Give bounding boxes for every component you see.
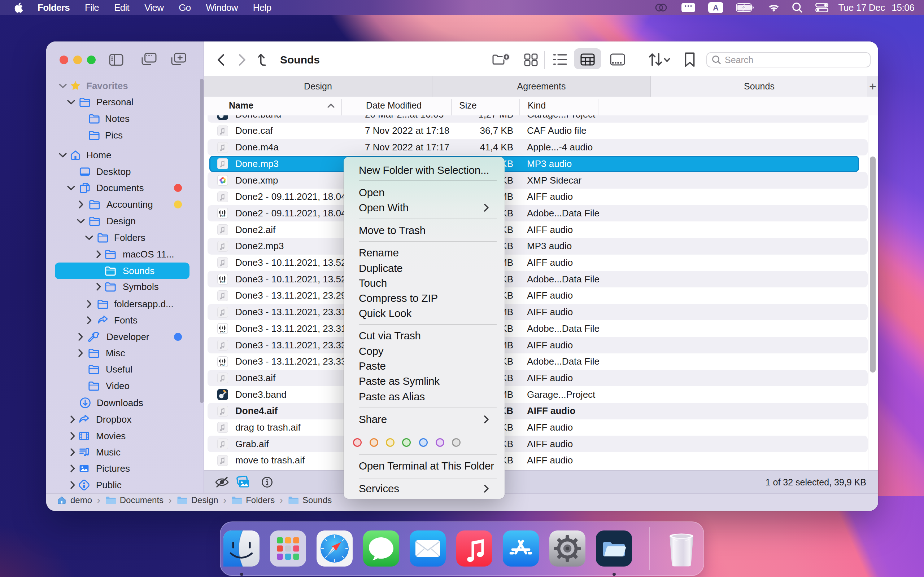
svg-text:PKF: PKF — [220, 281, 226, 284]
svg-text:PKF: PKF — [220, 215, 226, 218]
svg-text:A: A — [713, 3, 719, 12]
svg-text:PKF: PKF — [220, 330, 226, 334]
svg-text:PKF: PKF — [220, 363, 226, 366]
